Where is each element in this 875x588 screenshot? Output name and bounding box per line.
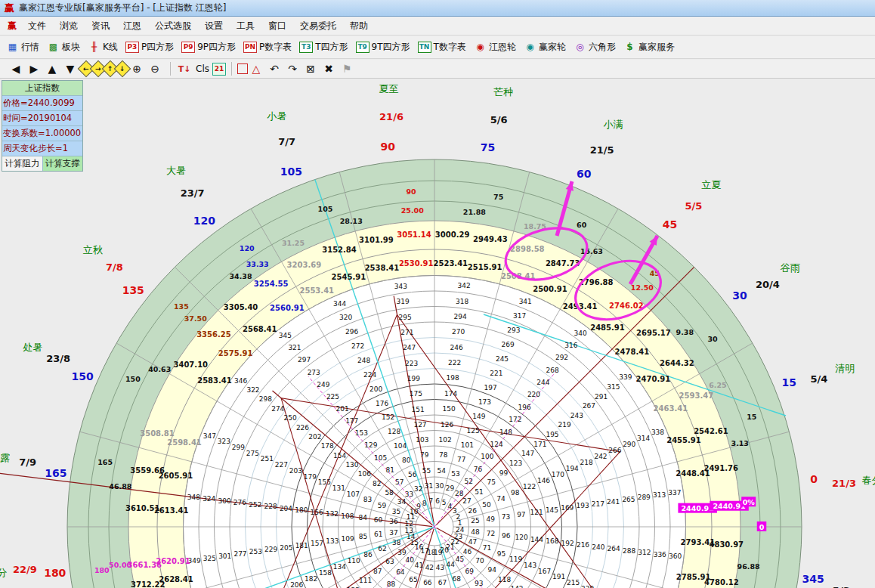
toolbar-button-T四方形[interactable]: T3T四方形 <box>299 41 348 54</box>
svg-text:46: 46 <box>463 548 472 556</box>
calc-resistance-button[interactable]: 计算阻力 <box>2 156 43 171</box>
menu-logo-icon[interactable]: 赢 <box>3 17 21 35</box>
toolbar-label: 赢家轮 <box>539 41 566 54</box>
svg-text:7/8: 7/8 <box>106 262 123 273</box>
toolbar-button-赢家服务[interactable]: $赢家服务 <box>623 41 675 54</box>
cls-button[interactable]: Cls <box>194 61 211 76</box>
svg-text:6.25: 6.25 <box>709 381 726 389</box>
gann-wheel-chart-area[interactable]: QQ:100800360www.yingjia360.com赢家财富网 1234… <box>0 79 875 588</box>
nav-down-icon[interactable]: ▼ <box>62 61 79 76</box>
flag-icon[interactable]: ⚑ <box>339 61 355 76</box>
delete-box-icon[interactable]: ⊠ <box>302 61 319 76</box>
svg-text:30: 30 <box>707 335 718 343</box>
toolbar-label: 9P四方形 <box>197 41 236 54</box>
svg-text:273: 273 <box>308 369 320 376</box>
svg-text:156: 156 <box>311 509 323 516</box>
nav-up-icon[interactable]: ▲ <box>44 61 60 76</box>
menu-item-窗口[interactable]: 窗口 <box>261 17 293 35</box>
svg-text:119: 119 <box>509 556 522 563</box>
svg-text:2583.41: 2583.41 <box>197 376 232 385</box>
svg-text:313: 313 <box>653 491 666 499</box>
menu-item-资讯[interactable]: 资讯 <box>85 17 116 35</box>
svg-text:103: 103 <box>416 436 428 444</box>
menu-item-江恩[interactable]: 江恩 <box>116 17 148 35</box>
menu-item-设置[interactable]: 设置 <box>198 17 230 35</box>
menu-item-浏览[interactable]: 浏览 <box>53 17 85 35</box>
P四方形-icon: P3 <box>125 42 139 53</box>
svg-text:99: 99 <box>499 469 509 477</box>
svg-text:22/9: 22/9 <box>13 564 37 575</box>
t-down-icon[interactable]: T↓ <box>176 61 193 76</box>
toolbar-button-P四方形[interactable]: P3P四方形 <box>125 41 174 54</box>
svg-text:56: 56 <box>408 471 417 478</box>
svg-text:大暑: 大暑 <box>166 165 186 176</box>
svg-text:220: 220 <box>527 391 540 398</box>
toolbar-button-赢家轮[interactable]: ◉赢家轮 <box>524 41 566 54</box>
svg-text:320: 320 <box>339 314 352 321</box>
K线-icon: ╫ <box>88 42 100 53</box>
rotate-ccw-icon[interactable]: ↶ <box>266 61 283 76</box>
svg-text:318: 318 <box>456 298 468 305</box>
svg-text:201: 201 <box>336 405 349 413</box>
svg-text:325: 325 <box>203 555 216 562</box>
draw-rect-icon[interactable] <box>237 63 248 74</box>
toolbar-button-9T四方形[interactable]: T99T四方形 <box>356 41 410 54</box>
calc-support-button[interactable]: 计算支撑 <box>43 156 83 171</box>
svg-text:174: 174 <box>444 390 457 398</box>
svg-text:2440.91: 2440.91 <box>713 502 745 510</box>
svg-text:145: 145 <box>546 506 558 514</box>
svg-text:4: 4 <box>448 503 453 510</box>
svg-text:125: 125 <box>467 427 480 435</box>
svg-text:132: 132 <box>326 510 339 518</box>
板块-icon: ▩ <box>47 42 60 53</box>
menu-item-公式选股[interactable]: 公式选股 <box>148 17 198 35</box>
titlebar: 赢 赢家江恩专业版[赢家服务平台] - [上证指数 江恩轮] <box>0 0 875 17</box>
svg-text:49: 49 <box>487 515 496 523</box>
zoom-out-icon[interactable]: ⊖ <box>147 61 163 76</box>
svg-text:2695.17: 2695.17 <box>636 329 671 337</box>
svg-text:3.13: 3.13 <box>731 439 749 447</box>
svg-text:157: 157 <box>311 540 323 547</box>
toolbar-button-T数字表[interactable]: TNT数字表 <box>418 41 466 54</box>
svg-text:345: 345 <box>279 332 292 339</box>
menu-item-帮助[interactable]: 帮助 <box>343 17 375 35</box>
svg-text:55: 55 <box>422 467 431 475</box>
toolbar-button-9P四方形[interactable]: P99P四方形 <box>181 41 236 54</box>
T数字表-icon: TN <box>418 42 431 53</box>
nav-forward-icon[interactable]: ▶ <box>26 61 42 76</box>
svg-text:2644.32: 2644.32 <box>660 359 694 367</box>
svg-text:3356.25: 3356.25 <box>196 330 231 339</box>
svg-text:86: 86 <box>363 551 373 559</box>
svg-text:54: 54 <box>437 467 446 475</box>
rotate-cw-icon[interactable]: ↷ <box>284 61 301 76</box>
svg-text:344: 344 <box>333 300 346 308</box>
svg-text:301: 301 <box>218 552 231 560</box>
svg-text:60: 60 <box>577 221 587 229</box>
svg-text:65: 65 <box>409 576 417 583</box>
toolbar-button-六角形[interactable]: ◎六角形 <box>574 41 616 54</box>
panel-title: 上证指数 <box>2 81 82 96</box>
fit-icon[interactable]: ✖ <box>320 61 337 76</box>
svg-text:142: 142 <box>510 585 523 588</box>
nav-back-icon[interactable]: ◀ <box>8 61 24 76</box>
江恩轮-icon: ◉ <box>474 42 487 53</box>
calendar-21-icon[interactable]: 21 <box>212 63 226 76</box>
svg-text:241: 241 <box>607 498 620 506</box>
menu-item-交易委托[interactable]: 交易委托 <box>293 17 343 35</box>
menu-item-文件[interactable]: 文件 <box>21 17 53 35</box>
svg-text:225: 225 <box>326 393 339 401</box>
svg-text:95: 95 <box>497 550 506 558</box>
menu-item-工具[interactable]: 工具 <box>230 17 261 35</box>
svg-text:324: 324 <box>203 495 215 503</box>
svg-text:38: 38 <box>392 539 401 546</box>
svg-text:360: 360 <box>669 552 682 560</box>
toolbar-button-板块[interactable]: ▩板块 <box>47 41 80 54</box>
svg-text:198: 198 <box>447 374 459 382</box>
toolbar-button-P数字表[interactable]: PNP数字表 <box>243 41 292 54</box>
draw-triangle-icon[interactable]: △ <box>248 61 264 76</box>
toolbar-button-K线[interactable]: ╫K线 <box>88 41 118 54</box>
toolbar-button-江恩轮[interactable]: ◉江恩轮 <box>474 41 516 54</box>
toolbar-button-行情[interactable]: ▦行情 <box>6 41 39 54</box>
svg-text:216: 216 <box>577 541 589 549</box>
svg-text:107: 107 <box>347 491 360 498</box>
